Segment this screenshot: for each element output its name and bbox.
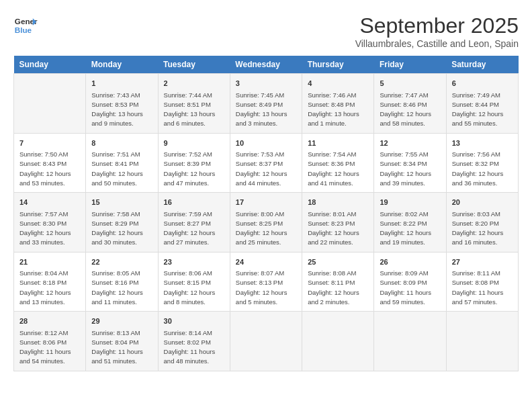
day-number: 27 [452, 257, 513, 268]
calendar-day-cell: 21Sunrise: 8:04 AM Sunset: 8:18 PM Dayli… [14, 252, 86, 312]
calendar-day-cell: 14Sunrise: 7:57 AM Sunset: 8:30 PM Dayli… [14, 193, 86, 253]
calendar-day-cell: 16Sunrise: 7:59 AM Sunset: 8:27 PM Dayli… [158, 193, 230, 253]
calendar-week-row: 1Sunrise: 7:43 AM Sunset: 8:53 PM Daylig… [14, 74, 519, 134]
day-info: Sunrise: 7:58 AM Sunset: 8:29 PM Dayligh… [91, 210, 152, 248]
weekday-header-cell: Wednesday [230, 56, 302, 74]
day-number: 28 [19, 316, 80, 327]
weekday-header-row: SundayMondayTuesdayWednesdayThursdayFrid… [14, 56, 519, 74]
day-number: 6 [452, 78, 513, 89]
day-info: Sunrise: 8:01 AM Sunset: 8:23 PM Dayligh… [308, 210, 368, 248]
day-info: Sunrise: 8:06 AM Sunset: 8:15 PM Dayligh… [164, 269, 224, 307]
day-info: Sunrise: 8:08 AM Sunset: 8:11 PM Dayligh… [308, 269, 368, 307]
day-info: Sunrise: 8:14 AM Sunset: 8:02 PM Dayligh… [164, 328, 224, 367]
calendar-day-cell: 12Sunrise: 7:55 AM Sunset: 8:34 PM Dayli… [374, 133, 446, 193]
calendar-day-cell [374, 312, 446, 371]
calendar-day-cell [302, 312, 374, 371]
calendar-day-cell: 19Sunrise: 8:02 AM Sunset: 8:22 PM Dayli… [374, 193, 446, 253]
calendar-day-cell: 1Sunrise: 7:43 AM Sunset: 8:53 PM Daylig… [86, 74, 158, 134]
day-number: 8 [91, 138, 152, 149]
svg-text:Blue: Blue [15, 26, 32, 34]
logo-icon: General Blue [13, 13, 38, 38]
day-info: Sunrise: 7:53 AM Sunset: 8:37 PM Dayligh… [236, 150, 296, 188]
weekday-header-cell: Saturday [446, 56, 518, 74]
calendar-week-row: 7Sunrise: 7:50 AM Sunset: 8:43 PM Daylig… [14, 133, 519, 193]
day-number: 3 [236, 78, 296, 89]
calendar-day-cell: 17Sunrise: 8:00 AM Sunset: 8:25 PM Dayli… [230, 193, 302, 253]
calendar-day-cell: 4Sunrise: 7:46 AM Sunset: 8:48 PM Daylig… [302, 74, 374, 134]
day-info: Sunrise: 7:46 AM Sunset: 8:48 PM Dayligh… [308, 91, 368, 129]
page-title: September 2025 [355, 13, 519, 38]
weekday-header-cell: Monday [86, 56, 158, 74]
day-number: 1 [91, 78, 152, 89]
day-info: Sunrise: 8:11 AM Sunset: 8:08 PM Dayligh… [452, 269, 513, 307]
calendar-day-cell: 8Sunrise: 7:51 AM Sunset: 8:41 PM Daylig… [86, 133, 158, 193]
calendar-day-cell: 18Sunrise: 8:01 AM Sunset: 8:23 PM Dayli… [302, 193, 374, 253]
day-info: Sunrise: 8:04 AM Sunset: 8:18 PM Dayligh… [19, 269, 80, 307]
day-number: 24 [236, 257, 296, 268]
calendar-day-cell: 22Sunrise: 8:05 AM Sunset: 8:16 PM Dayli… [86, 252, 158, 312]
day-info: Sunrise: 7:55 AM Sunset: 8:34 PM Dayligh… [380, 150, 440, 188]
day-number: 20 [452, 197, 513, 208]
calendar-day-cell: 30Sunrise: 8:14 AM Sunset: 8:02 PM Dayli… [158, 312, 230, 371]
calendar-day-cell: 28Sunrise: 8:12 AM Sunset: 8:06 PM Dayli… [14, 312, 86, 371]
day-info: Sunrise: 8:00 AM Sunset: 8:25 PM Dayligh… [236, 210, 296, 248]
day-number: 30 [164, 316, 224, 327]
day-number: 19 [380, 197, 440, 208]
calendar-week-row: 21Sunrise: 8:04 AM Sunset: 8:18 PM Dayli… [14, 252, 519, 312]
weekday-header-cell: Sunday [14, 56, 86, 74]
day-number: 15 [91, 197, 152, 208]
day-number: 5 [380, 78, 440, 89]
day-number: 9 [164, 138, 224, 149]
day-info: Sunrise: 8:12 AM Sunset: 8:06 PM Dayligh… [19, 328, 80, 367]
day-number: 10 [236, 138, 296, 149]
day-info: Sunrise: 7:49 AM Sunset: 8:44 PM Dayligh… [452, 91, 513, 129]
day-info: Sunrise: 7:50 AM Sunset: 8:43 PM Dayligh… [19, 150, 80, 188]
calendar-week-row: 14Sunrise: 7:57 AM Sunset: 8:30 PM Dayli… [14, 193, 519, 253]
calendar-day-cell: 29Sunrise: 8:13 AM Sunset: 8:04 PM Dayli… [86, 312, 158, 371]
calendar-day-cell: 3Sunrise: 7:45 AM Sunset: 8:49 PM Daylig… [230, 74, 302, 134]
title-block: September 2025 Villaumbrales, Castille a… [355, 13, 519, 49]
day-number: 29 [91, 316, 152, 327]
calendar-day-cell: 26Sunrise: 8:09 AM Sunset: 8:09 PM Dayli… [374, 252, 446, 312]
day-info: Sunrise: 8:13 AM Sunset: 8:04 PM Dayligh… [91, 328, 152, 367]
day-info: Sunrise: 7:57 AM Sunset: 8:30 PM Dayligh… [19, 210, 80, 248]
calendar-day-cell [230, 312, 302, 371]
header: General Blue September 2025 Villaumbrale… [13, 13, 519, 49]
day-number: 17 [236, 197, 296, 208]
day-number: 18 [308, 197, 368, 208]
day-info: Sunrise: 8:09 AM Sunset: 8:09 PM Dayligh… [380, 269, 440, 307]
day-number: 12 [380, 138, 440, 149]
day-number: 25 [308, 257, 368, 268]
weekday-header-cell: Tuesday [158, 56, 230, 74]
page-subtitle: Villaumbrales, Castille and Leon, Spain [355, 38, 519, 49]
calendar-day-cell: 20Sunrise: 8:03 AM Sunset: 8:20 PM Dayli… [446, 193, 518, 253]
day-info: Sunrise: 7:56 AM Sunset: 8:32 PM Dayligh… [452, 150, 513, 188]
calendar-week-row: 28Sunrise: 8:12 AM Sunset: 8:06 PM Dayli… [14, 312, 519, 371]
day-info: Sunrise: 7:59 AM Sunset: 8:27 PM Dayligh… [164, 210, 224, 248]
calendar-day-cell: 2Sunrise: 7:44 AM Sunset: 8:51 PM Daylig… [158, 74, 230, 134]
day-number: 4 [308, 78, 368, 89]
calendar-day-cell: 13Sunrise: 7:56 AM Sunset: 8:32 PM Dayli… [446, 133, 518, 193]
day-info: Sunrise: 7:54 AM Sunset: 8:36 PM Dayligh… [308, 150, 368, 188]
day-number: 22 [91, 257, 152, 268]
day-info: Sunrise: 8:02 AM Sunset: 8:22 PM Dayligh… [380, 210, 440, 248]
day-number: 21 [19, 257, 80, 268]
day-number: 13 [452, 138, 513, 149]
day-number: 14 [19, 197, 80, 208]
day-info: Sunrise: 7:52 AM Sunset: 8:39 PM Dayligh… [164, 150, 224, 188]
day-info: Sunrise: 7:44 AM Sunset: 8:51 PM Dayligh… [164, 91, 224, 129]
calendar-day-cell: 5Sunrise: 7:47 AM Sunset: 8:46 PM Daylig… [374, 74, 446, 134]
calendar-day-cell: 6Sunrise: 7:49 AM Sunset: 8:44 PM Daylig… [446, 74, 518, 134]
day-number: 7 [19, 138, 80, 149]
calendar-table: SundayMondayTuesdayWednesdayThursdayFrid… [13, 56, 519, 371]
day-number: 16 [164, 197, 224, 208]
day-info: Sunrise: 7:51 AM Sunset: 8:41 PM Dayligh… [91, 150, 152, 188]
day-info: Sunrise: 7:43 AM Sunset: 8:53 PM Dayligh… [91, 91, 152, 129]
calendar-day-cell: 15Sunrise: 7:58 AM Sunset: 8:29 PM Dayli… [86, 193, 158, 253]
day-number: 2 [164, 78, 224, 89]
weekday-header-cell: Thursday [302, 56, 374, 74]
calendar-day-cell: 10Sunrise: 7:53 AM Sunset: 8:37 PM Dayli… [230, 133, 302, 193]
day-info: Sunrise: 7:47 AM Sunset: 8:46 PM Dayligh… [380, 91, 440, 129]
calendar-day-cell: 7Sunrise: 7:50 AM Sunset: 8:43 PM Daylig… [14, 133, 86, 193]
calendar-day-cell: 24Sunrise: 8:07 AM Sunset: 8:13 PM Dayli… [230, 252, 302, 312]
